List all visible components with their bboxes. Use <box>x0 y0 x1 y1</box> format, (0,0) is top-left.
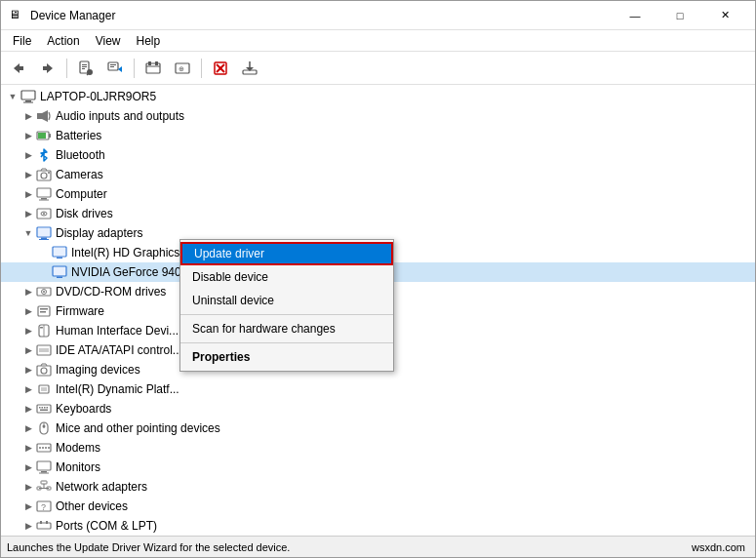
context-menu: Update driver Disable device Uninstall d… <box>179 239 394 372</box>
svg-rect-26 <box>21 91 35 100</box>
title-bar-left: 🖥 Device Manager <box>9 8 115 23</box>
bluetooth-icon <box>36 147 52 163</box>
expander-monitors[interactable]: ▶ <box>20 459 36 475</box>
tree-item-ports[interactable]: ▶ Ports (COM & LPT) <box>1 516 755 536</box>
toolbar-properties[interactable] <box>72 55 99 82</box>
toolbar-update[interactable] <box>101 55 129 82</box>
tree-item-keyboards[interactable]: ▶ Keyboards <box>1 399 755 418</box>
mice-label: Mice and other pointing devices <box>56 421 220 435</box>
expander-firmware[interactable]: ▶ <box>20 303 36 319</box>
svg-text:?: ? <box>41 502 46 512</box>
svg-rect-16 <box>155 61 158 65</box>
monitor-icon <box>36 459 52 475</box>
svg-rect-83 <box>37 461 51 470</box>
expander-batteries[interactable]: ▶ <box>20 128 36 143</box>
expander-display[interactable]: ▼ <box>20 225 36 241</box>
expander-mice[interactable]: ▶ <box>20 420 36 436</box>
expander-audio[interactable]: ▶ <box>20 108 36 124</box>
menu-action[interactable]: Action <box>39 32 87 50</box>
tree-item-other[interactable]: ▶ ? Other devices <box>1 497 755 516</box>
toolbar-sep-2 <box>134 59 135 78</box>
network-label: Network adapters <box>56 480 147 494</box>
expander-modems[interactable]: ▶ <box>20 440 36 456</box>
svg-rect-49 <box>54 248 65 256</box>
tree-item-bluetooth[interactable]: ▶ Bluetooth <box>1 145 755 165</box>
tree-item-mice[interactable]: ▶ Mice and other pointing devices <box>1 418 755 438</box>
computer-icon <box>20 89 36 104</box>
expander-computer[interactable]: ▶ <box>20 186 36 202</box>
audio-label: Audio inputs and outputs <box>56 109 184 123</box>
toolbar-show-hidden[interactable] <box>139 55 167 82</box>
toolbar: ⊕ <box>1 52 755 85</box>
expander-network[interactable]: ▶ <box>20 479 36 495</box>
expander-root[interactable]: ▼ <box>5 89 20 104</box>
svg-rect-85 <box>39 473 49 474</box>
menu-file[interactable]: File <box>5 32 39 50</box>
expander-ide[interactable]: ▶ <box>20 342 36 358</box>
tree-item-audio[interactable]: ▶ Audio inputs and outputs <box>1 106 755 126</box>
window-title: Device Manager <box>30 9 115 22</box>
toolbar-sep-1 <box>66 59 67 78</box>
toolbar-back[interactable] <box>5 55 32 82</box>
svg-rect-40 <box>39 200 49 201</box>
tree-item-modems[interactable]: ▶ Modems <box>1 438 755 458</box>
other-label: Other devices <box>56 499 128 513</box>
minimize-button[interactable]: — <box>613 1 657 30</box>
svg-rect-7 <box>82 68 85 69</box>
expander-intel-dp[interactable]: ▶ <box>20 381 36 397</box>
svg-rect-28 <box>23 102 33 103</box>
expander-ports[interactable]: ▶ <box>20 518 36 534</box>
svg-rect-95 <box>46 521 48 524</box>
dvd-label: DVD/CD-ROM drives <box>56 285 166 299</box>
svg-point-37 <box>48 172 50 174</box>
toolbar-remove[interactable] <box>207 55 234 82</box>
toolbar-download[interactable] <box>236 55 263 82</box>
ctx-update-driver[interactable]: Update driver <box>180 242 393 265</box>
toolbar-scan[interactable]: ⊕ <box>169 55 196 82</box>
svg-point-82 <box>48 447 50 449</box>
svg-rect-70 <box>39 407 41 409</box>
svg-rect-53 <box>57 277 62 279</box>
tree-item-network[interactable]: ▶ Network adapters <box>1 477 755 497</box>
tree-item-root[interactable]: ▼ LAPTOP-0LJRR9OR5 <box>1 87 755 106</box>
expander-bluetooth[interactable]: ▶ <box>20 147 36 163</box>
close-button[interactable]: ✕ <box>702 1 747 30</box>
ctx-scan-hardware[interactable]: Scan for hardware changes <box>180 317 393 340</box>
ctx-uninstall-device[interactable]: Uninstall device <box>180 289 393 312</box>
expander-hid[interactable]: ▶ <box>20 323 36 339</box>
menu-help[interactable]: Help <box>129 32 169 50</box>
disk-label: Disk drives <box>56 207 113 220</box>
expander-disk[interactable]: ▶ <box>20 206 36 221</box>
svg-point-56 <box>43 291 45 293</box>
nvidia-icon <box>52 264 67 280</box>
tree-item-intel-dp[interactable]: ▶ Intel(R) Dynamic Platf... <box>1 379 755 399</box>
svg-rect-38 <box>37 188 51 197</box>
expander-cameras[interactable]: ▶ <box>20 167 36 182</box>
ctx-properties[interactable]: Properties <box>180 345 393 369</box>
svg-rect-58 <box>40 308 48 310</box>
tree-item-disk[interactable]: ▶ Disk drives <box>1 204 755 223</box>
svg-rect-59 <box>40 311 46 313</box>
svg-rect-3 <box>43 66 47 70</box>
menu-view[interactable]: View <box>88 32 129 50</box>
expander-imaging[interactable]: ▶ <box>20 362 36 378</box>
expander-other[interactable]: ▶ <box>20 498 36 514</box>
tree-item-cameras[interactable]: ▶ Cameras <box>1 165 755 184</box>
expander-dvd[interactable]: ▶ <box>20 284 36 299</box>
toolbar-forward[interactable] <box>34 55 61 82</box>
tree-item-monitors[interactable]: ▶ Monitors <box>1 458 755 477</box>
keyboards-label: Keyboards <box>56 402 111 416</box>
svg-rect-11 <box>110 64 116 65</box>
maximize-button[interactable]: □ <box>657 1 702 30</box>
device-tree[interactable]: ▼ LAPTOP-0LJRR9OR5 ▶ Audio inputs and ou… <box>1 85 755 536</box>
tree-item-batteries[interactable]: ▶ Batteries <box>1 126 755 145</box>
ctx-disable-device[interactable]: Disable device <box>180 265 393 289</box>
svg-rect-29 <box>37 113 42 119</box>
status-bar: Launches the Update Driver Wizard for th… <box>1 536 755 557</box>
expander-keyboards[interactable]: ▶ <box>20 401 36 417</box>
mouse-icon <box>36 420 52 436</box>
svg-rect-52 <box>54 267 65 275</box>
camera-icon <box>36 167 52 182</box>
tree-item-computer[interactable]: ▶ Computer <box>1 184 755 204</box>
menu-bar: File Action View Help <box>1 30 755 52</box>
